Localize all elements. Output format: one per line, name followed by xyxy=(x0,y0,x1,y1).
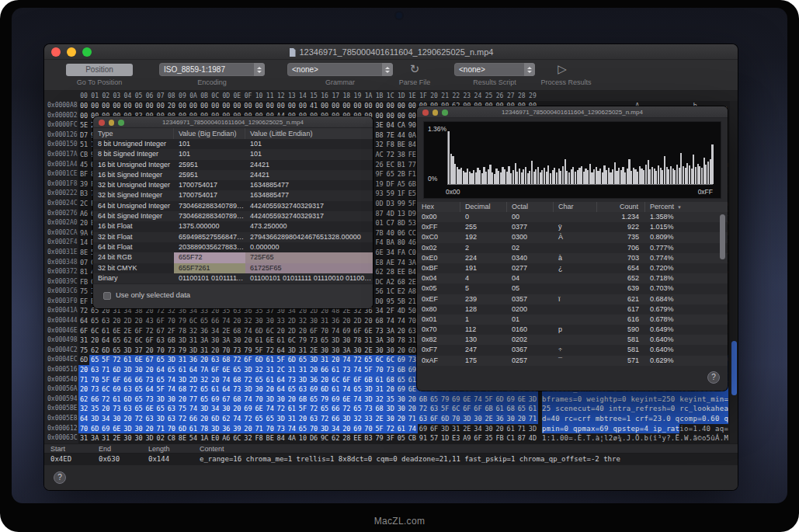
hex-byte[interactable]: 64 xyxy=(276,375,287,385)
hex-byte[interactable]: 63 xyxy=(308,414,319,424)
hex-byte[interactable]: DF xyxy=(385,179,396,190)
hex-byte[interactable]: 6D xyxy=(78,355,89,365)
hex-byte[interactable]: 20 xyxy=(78,365,89,375)
hex-byte[interactable]: AE xyxy=(385,258,396,268)
hex-byte[interactable]: A5 xyxy=(396,179,407,190)
hex-byte[interactable]: 72 xyxy=(341,404,352,414)
hex-byte[interactable]: 73 xyxy=(341,365,352,375)
hex-byte[interactable]: 65 xyxy=(254,375,265,385)
hex-byte[interactable]: 3D xyxy=(385,404,396,414)
hex-byte[interactable]: 20 xyxy=(396,326,407,336)
hex-byte[interactable]: 31 xyxy=(265,365,276,375)
hex-byte[interactable]: 6C xyxy=(231,433,242,443)
hex-byte[interactable]: 65 xyxy=(254,414,265,424)
hex-byte[interactable]: 72 xyxy=(319,414,330,424)
hex-byte[interactable]: 67 xyxy=(155,326,166,336)
inspector-row[interactable]: 32 bit CMYK655F726161725F65 xyxy=(93,263,373,273)
hex-byte[interactable]: 61 xyxy=(527,404,538,414)
hex-byte[interactable]: 31 xyxy=(297,346,308,356)
hex-byte[interactable]: 19 xyxy=(374,179,385,190)
hex-byte[interactable]: 31 xyxy=(319,355,330,365)
hex-byte[interactable]: 32 xyxy=(242,433,253,443)
hex-byte[interactable]: 20 xyxy=(287,395,297,405)
hex-byte[interactable]: 9F xyxy=(374,169,385,179)
hex-byte[interactable]: 74 xyxy=(396,316,407,326)
hex-byte[interactable]: 91 xyxy=(418,433,429,443)
hex-byte[interactable]: 65 xyxy=(89,355,100,365)
hex-byte[interactable]: 31 xyxy=(407,336,418,346)
hex-byte[interactable]: 78 xyxy=(199,424,210,434)
position-field[interactable]: Position xyxy=(66,64,133,76)
hex-byte[interactable]: 3D xyxy=(242,384,253,395)
hex-byte[interactable]: 73 xyxy=(385,365,396,375)
hex-byte[interactable]: 20 xyxy=(210,346,221,356)
hex-byte[interactable]: 66 xyxy=(330,414,341,424)
hex-byte[interactable]: 3A xyxy=(89,433,100,443)
hex-byte[interactable]: 61 xyxy=(111,395,122,405)
hex-byte[interactable]: 72 xyxy=(188,384,199,395)
hex-byte[interactable]: 62 xyxy=(78,395,89,405)
hex-byte[interactable]: 61 xyxy=(122,355,133,365)
hex-byte[interactable]: 5F xyxy=(439,404,450,414)
hex-byte[interactable]: 6F xyxy=(429,424,439,434)
hex-byte[interactable]: 6F xyxy=(352,375,363,385)
hex-byte[interactable]: 72 xyxy=(308,404,319,414)
hex-byte[interactable]: 79 xyxy=(439,395,450,405)
hex-byte[interactable]: 61 xyxy=(188,424,199,434)
inspector-row[interactable]: 24 bit RGB655F72725F65 xyxy=(93,252,373,263)
hex-byte[interactable]: 2E xyxy=(374,414,385,424)
hex-byte[interactable]: 2F xyxy=(385,306,396,316)
hex-byte[interactable]: 36 xyxy=(221,424,231,434)
hex-byte[interactable]: 00 xyxy=(407,111,418,121)
hex-byte[interactable]: 32 xyxy=(78,404,89,414)
hex-byte[interactable]: 2D xyxy=(287,316,297,326)
selection-position-marker[interactable] xyxy=(731,341,737,396)
hex-byte[interactable]: C7 xyxy=(385,218,396,228)
hex-byte[interactable]: 6B xyxy=(166,336,177,346)
parse-file-button[interactable]: ↻ xyxy=(403,61,426,78)
hex-byte[interactable]: 65 xyxy=(231,365,242,375)
hex-byte[interactable]: 79 xyxy=(297,336,308,346)
hex-byte[interactable]: 65 xyxy=(363,355,373,365)
inspector-row[interactable]: 16 bit Float1375.000000473.250000 xyxy=(93,221,373,231)
hex-byte[interactable]: 65 xyxy=(319,404,330,414)
hex-byte[interactable]: 20 xyxy=(111,316,122,326)
hex-byte[interactable]: 66 xyxy=(122,375,133,385)
hex-byte[interactable]: 6E xyxy=(111,424,122,434)
hex-byte[interactable]: 72 xyxy=(100,395,111,405)
hex-byte[interactable]: 73 xyxy=(308,336,319,346)
hex-byte[interactable]: 64 xyxy=(100,336,111,346)
hex-byte[interactable]: 30 xyxy=(352,346,363,356)
hex-byte[interactable]: 31 xyxy=(374,384,385,395)
hex-byte[interactable]: 63 xyxy=(144,414,155,424)
hex-byte[interactable]: 31 xyxy=(100,433,111,443)
hex-byte[interactable]: 69 xyxy=(100,424,111,434)
hex-byte[interactable]: 36 xyxy=(308,375,319,385)
hex-byte[interactable]: 6C xyxy=(100,384,111,395)
hex-text-char[interactable]: M xyxy=(724,433,728,443)
help-button[interactable]: ? xyxy=(707,371,720,384)
hex-byte[interactable]: D6 xyxy=(308,433,319,443)
hex-byte[interactable]: FE xyxy=(407,150,418,160)
hex-byte[interactable]: 65 xyxy=(319,336,330,346)
hex-byte[interactable]: 64 xyxy=(221,384,231,395)
hex-byte[interactable]: 6E xyxy=(265,336,276,346)
hex-byte[interactable]: 1A xyxy=(199,433,210,443)
inspector-row[interactable]: 8 bit Unsigned Integer101101 xyxy=(93,139,373,149)
hex-byte[interactable]: 32 xyxy=(374,140,385,150)
hex-byte[interactable]: 90 xyxy=(407,120,418,130)
hex-byte[interactable]: 69 xyxy=(111,384,122,395)
inspector-titlebar[interactable]: 12346971_785000401611604_1290625025_n.mp… xyxy=(93,116,373,128)
hex-byte[interactable]: 65 xyxy=(133,395,144,405)
hex-byte[interactable]: 07 xyxy=(78,258,89,268)
histogram-header-cell[interactable]: Count xyxy=(597,202,645,212)
inspector-row[interactable]: 32 bit Signed Integer1700754017163488547… xyxy=(93,190,373,200)
hex-byte[interactable]: 2E xyxy=(122,326,133,336)
hex-byte[interactable]: 00 xyxy=(133,101,144,111)
hex-byte[interactable]: 6F xyxy=(78,326,89,336)
hex-byte[interactable]: F8 xyxy=(254,433,265,443)
hex-byte[interactable]: 65 xyxy=(308,395,319,405)
hex-byte[interactable]: 3D xyxy=(122,424,133,434)
histogram-row[interactable]: 0xFF2550377ÿ9221.015% xyxy=(417,222,728,232)
hex-byte[interactable]: 20 xyxy=(341,424,352,434)
